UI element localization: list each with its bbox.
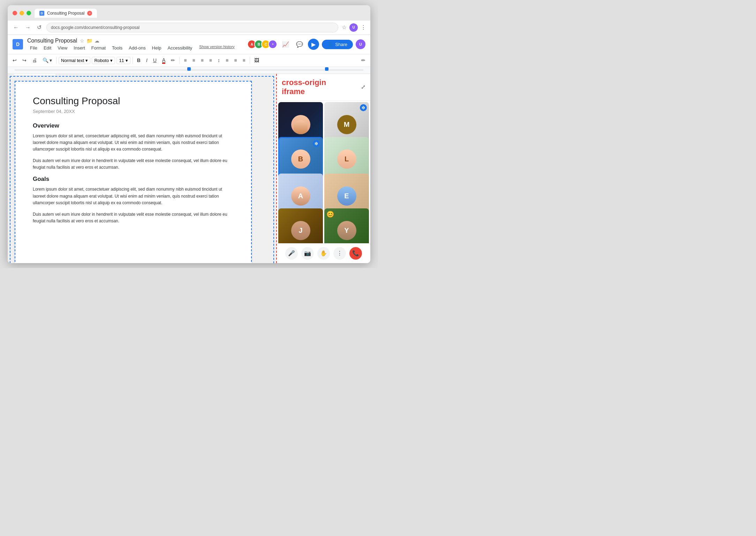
docs-page: Consulting Proposal September 04, 20XX O… — [15, 81, 252, 263]
cloud-icon[interactable]: ☁ — [94, 38, 99, 44]
menu-format[interactable]: Format — [89, 45, 108, 51]
camera-button[interactable]: 📷 — [301, 247, 314, 260]
goals-paragraph-2: Duis autem vel eum iriure dolor in hendr… — [33, 211, 234, 224]
star-icon[interactable]: ☆ — [80, 38, 84, 44]
menu-view[interactable]: View — [55, 45, 70, 51]
address-bar-input[interactable] — [46, 23, 338, 32]
comments-icon[interactable]: 💬 — [294, 39, 305, 50]
video-tile-you: Y You 😊 — [324, 208, 369, 243]
traffic-lights — [13, 11, 31, 15]
more-options-button[interactable]: ⋮ — [333, 247, 346, 260]
align-left-button[interactable]: ≡ — [182, 56, 189, 64]
document-title: Consulting Proposal — [27, 38, 77, 44]
document-title-heading: Consulting Proposal — [33, 95, 234, 107]
docs-title-row: Consulting Proposal ☆ 📁 ☁ — [27, 38, 245, 44]
menu-insert[interactable]: Insert — [71, 45, 88, 51]
browser-titlebar: D Consulting Proposal × — [8, 5, 370, 21]
side-panel: cross-origin iframe ⤢ Aziz — [276, 74, 370, 263]
highlight-button[interactable]: ✏ — [169, 56, 177, 64]
docs-menubar: File Edit View Insert Format Tools Add-o… — [27, 45, 245, 51]
bookmark-icon[interactable]: ☆ — [342, 24, 347, 31]
insert-image-button[interactable]: 🖼 — [252, 56, 261, 64]
text-style-select[interactable]: Normal text ▾ — [59, 57, 90, 64]
menu-edit[interactable]: Edit — [41, 45, 54, 51]
side-panel-header: cross-origin iframe ⤢ — [277, 74, 370, 101]
docs-logo: D — [13, 39, 23, 49]
close-traffic-light[interactable] — [13, 11, 17, 15]
mute-button[interactable]: 🎤 — [285, 247, 298, 260]
tab-title: Consulting Proposal — [47, 11, 84, 16]
minimize-traffic-light[interactable] — [20, 11, 24, 15]
address-bar-row: ← → ↺ ☆ U ⋮ — [8, 21, 370, 35]
tab-close-button[interactable]: × — [87, 11, 92, 16]
browser-window: D Consulting Proposal × ← → ↺ ☆ U ⋮ — [8, 5, 370, 263]
italic-button[interactable]: I — [144, 56, 150, 64]
cross-origin-label: cross-origin iframe — [282, 78, 326, 97]
folder-icon[interactable]: 📁 — [86, 38, 92, 44]
docs-toolbar: ↩ ↪ 🖨 🔍▾ Normal text ▾ Roboto ▾ 11 ▾ B I… — [8, 54, 370, 67]
tab-favicon: D — [39, 11, 44, 16]
menu-accessibility[interactable]: Accessibility — [165, 45, 195, 51]
menu-help[interactable]: Help — [149, 45, 164, 51]
speaking-indicator-beth — [313, 140, 320, 147]
overview-paragraph-1: Lorem ipsum dolor sit amet, consectetuer… — [33, 133, 234, 153]
meet-icon[interactable]: ▶ — [308, 39, 319, 50]
menu-addons[interactable]: Add-ons — [126, 45, 148, 51]
browser-tab[interactable]: D Consulting Proposal × — [35, 9, 97, 18]
speaking-bars-mike — [362, 106, 365, 109]
collaborator-more[interactable]: + — [268, 40, 277, 49]
docs-topbar: D Consulting Proposal ☆ 📁 ☁ File Edit Vi… — [8, 35, 370, 54]
menu-file[interactable]: File — [27, 45, 40, 51]
section-heading-overview: Overview — [33, 122, 234, 129]
print-button[interactable]: 🖨 — [30, 56, 39, 64]
align-right-button[interactable]: ≡ — [199, 56, 206, 64]
align-justify-button[interactable]: ≡ — [207, 56, 214, 64]
video-tile-jordan: J Jordan — [278, 208, 323, 243]
docs-main: main content area Consulting Proposal Se… — [8, 74, 276, 263]
bullet-list-button[interactable]: ≡ — [224, 56, 230, 64]
toolbar-divider-4 — [250, 57, 250, 64]
section-heading-goals: Goals — [33, 176, 234, 183]
indent-button[interactable]: ≡ — [240, 56, 247, 64]
edit-mode-button[interactable]: ✏ — [359, 56, 368, 64]
underline-button[interactable]: U — [151, 56, 159, 64]
font-size-select[interactable]: 11 ▾ — [116, 57, 130, 64]
call-controls: 🎤 📷 ✋ ⋮ 📞 — [277, 243, 370, 263]
share-button[interactable]: 👤 Share — [322, 40, 353, 49]
speaking-bars-beth — [315, 142, 318, 145]
browser-right-icons: ☆ U ⋮ — [342, 23, 366, 32]
activity-icon[interactable]: 📈 — [280, 39, 291, 50]
text-color-button[interactable]: A — [160, 56, 167, 65]
back-button[interactable]: ← — [12, 24, 20, 31]
video-bg-jordan: J — [278, 208, 323, 243]
content-area-label: main content area — [14, 74, 55, 75]
font-select[interactable]: Roboto ▾ — [92, 57, 115, 64]
toolbar-divider-1 — [56, 57, 56, 64]
bold-button[interactable]: B — [135, 56, 143, 64]
zoom-button[interactable]: 🔍▾ — [40, 56, 54, 64]
goals-paragraph-1: Lorem ipsum dolor sit amet, consectetuer… — [33, 186, 234, 206]
collaborator-avatars: A B C + — [249, 40, 277, 49]
maximize-traffic-light[interactable] — [27, 11, 31, 15]
align-center-button[interactable]: ≡ — [190, 56, 197, 64]
refresh-button[interactable]: ↺ — [36, 23, 43, 31]
open-external-button[interactable]: ⤢ — [361, 84, 365, 90]
toolbar-divider-3 — [179, 57, 180, 64]
end-call-button[interactable]: 📞 — [349, 247, 362, 260]
redo-button[interactable]: ↪ — [20, 56, 29, 64]
user-avatar[interactable]: U — [356, 39, 365, 49]
numbered-list-button[interactable]: ≡ — [232, 56, 239, 64]
toolbar-divider-2 — [133, 57, 133, 64]
forward-button[interactable]: → — [24, 24, 32, 31]
browser-menu-icon[interactable]: ⋮ — [361, 24, 366, 31]
menu-tools[interactable]: Tools — [109, 45, 125, 51]
line-spacing-button[interactable]: ↕ — [216, 56, 222, 64]
overview-paragraph-2: Duis autem vel eum iriure dolor in hendr… — [33, 158, 234, 171]
ruler — [8, 67, 370, 74]
undo-button[interactable]: ↩ — [10, 56, 19, 64]
user-profile-icon[interactable]: U — [349, 23, 358, 32]
version-history-link[interactable]: Show version history — [199, 45, 235, 51]
emoji-overlay-you: 😊 — [326, 210, 334, 218]
docs-body: main content area Consulting Proposal Se… — [8, 74, 370, 263]
raise-hand-button[interactable]: ✋ — [317, 247, 330, 260]
